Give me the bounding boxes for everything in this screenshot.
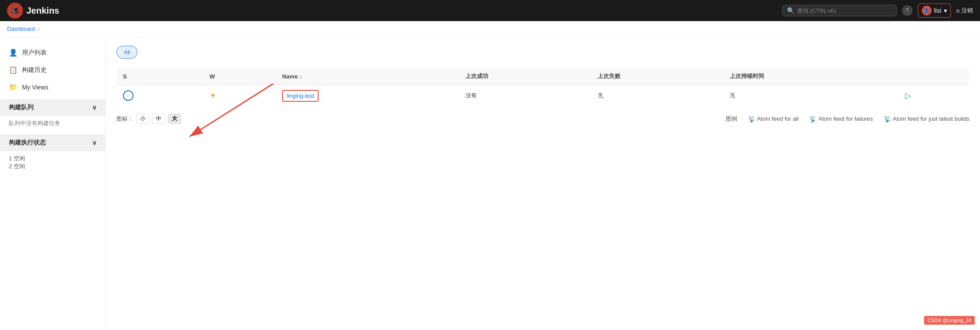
logout-button[interactable]: ⎋ 注销 [956, 7, 973, 15]
atom-feed-all[interactable]: 📡 Atom feed for all [748, 115, 799, 122]
col-last-duration: 上次持续时间 [724, 68, 899, 85]
user-menu[interactable]: 👤 lisi ▾ [918, 4, 951, 18]
cell-last-duration: 无 [724, 85, 899, 107]
build-queue-chevron: ∨ [92, 104, 97, 111]
breadcrumb-separator: › [38, 26, 40, 32]
cell-last-success: 没有 [459, 85, 591, 107]
tab-bar: All [116, 46, 969, 59]
cell-last-failure: 无 [591, 85, 724, 107]
run-button[interactable]: ▷ [905, 91, 911, 100]
user-name: lisi [934, 7, 941, 14]
executor-1: 1 空闲 [9, 155, 97, 163]
help-button[interactable]: ? [902, 5, 913, 16]
sidebar-label-my-views: My Views [22, 84, 48, 91]
tab-all[interactable]: All [116, 46, 137, 59]
header-row: S W Name ↓ 上次成功 上次失败 上次持续时间 [117, 68, 969, 85]
icon-label: 图标： [116, 115, 134, 123]
col-s: S [117, 68, 204, 85]
sidebar-item-my-views[interactable]: 📁 My Views [0, 78, 105, 96]
logout-label: 注销 [961, 7, 973, 15]
atom-feed-all-label: Atom feed for all [757, 115, 799, 122]
search-input[interactable] [797, 7, 892, 14]
sidebar-label-build-history: 构建历史 [22, 66, 47, 74]
breadcrumb: Dashboard › [0, 21, 980, 37]
table-body: ··· ☀ linging-test 没有 无 无 ▷ [117, 85, 969, 107]
watermark: CSDN @Linging_24 [924, 316, 975, 325]
build-queue-section: 构建队列 ∨ 队列中没有构建任务 [0, 99, 105, 131]
jenkins-icon: 🎩 [7, 3, 23, 19]
footer-row: 图标： 小 中 大 图例 📡 Atom feed for all 📡 Atom … [116, 114, 969, 124]
legend-label: 图例 [726, 115, 737, 123]
header: 🎩 Jenkins 🔍 ? 👤 lisi ▾ ⎋ 注销 [0, 0, 980, 21]
sidebar-label-users: 用户列表 [22, 49, 47, 57]
rss-icon-all: 📡 [748, 115, 755, 122]
col-last-success: 上次成功 [459, 68, 591, 85]
main-layout: 👤 用户列表 📋 构建历史 📁 My Views 构建队列 ∨ 队列中没有构建任… [0, 37, 980, 327]
atom-feed-latest[interactable]: 📡 Atom feed for just latest builds [883, 115, 969, 122]
cell-weather: ☀ [203, 85, 276, 107]
rss-icon-failures: 📡 [809, 115, 817, 122]
icon-size-medium[interactable]: 中 [152, 114, 165, 124]
user-icon: 👤 [922, 6, 932, 15]
atom-feed-failures[interactable]: 📡 Atom feed for failures [809, 115, 873, 122]
col-action [899, 68, 969, 85]
build-executor-header[interactable]: 构建执行状态 ∨ [0, 134, 105, 151]
sidebar-item-users[interactable]: 👤 用户列表 [0, 44, 105, 61]
search-box[interactable]: 🔍 [782, 5, 897, 16]
table-header: S W Name ↓ 上次成功 上次失败 上次持续时间 [117, 68, 969, 85]
build-history-icon: 📋 [9, 66, 18, 74]
atom-feed-failures-label: Atom feed for failures [818, 115, 873, 122]
icon-size-large[interactable]: 大 [168, 114, 181, 124]
build-executor-chevron: ∨ [92, 139, 97, 146]
chevron-down-icon: ▾ [944, 7, 947, 14]
job-link[interactable]: linging-test [282, 90, 319, 102]
build-queue-header[interactable]: 构建队列 ∨ [0, 99, 105, 116]
jobs-table: S W Name ↓ 上次成功 上次失败 上次持续时间 ··· [116, 67, 969, 107]
content-area: All S W Name ↓ 上次成功 上次失败 上次持续时间 [106, 37, 980, 327]
cell-run: ▷ [899, 85, 969, 107]
breadcrumb-dashboard[interactable]: Dashboard [7, 26, 35, 32]
logo-text: Jenkins [26, 6, 59, 16]
build-executor-title: 构建执行状态 [9, 139, 46, 147]
table-row: ··· ☀ linging-test 没有 无 无 ▷ [117, 85, 969, 107]
logo[interactable]: 🎩 Jenkins [7, 3, 59, 19]
logout-icon: ⎋ [956, 7, 960, 14]
my-views-icon: 📁 [9, 83, 18, 91]
col-name: Name ↓ [276, 68, 459, 85]
search-icon: 🔍 [787, 7, 794, 14]
atom-feed-latest-label: Atom feed for just latest builds [893, 115, 969, 122]
status-icon: ··· [123, 90, 134, 101]
status-dots: ··· [126, 93, 130, 98]
weather-icon: ☀ [209, 91, 216, 100]
col-last-failure: 上次失败 [591, 68, 724, 85]
icon-size-group: 图标： 小 中 大 [116, 114, 181, 124]
sidebar-item-build-history[interactable]: 📋 构建历史 [0, 61, 105, 78]
sidebar: 👤 用户列表 📋 构建历史 📁 My Views 构建队列 ∨ 队列中没有构建任… [0, 37, 106, 327]
build-executor-items: 1 空闲 2 空闲 [0, 151, 105, 174]
users-icon: 👤 [9, 48, 18, 57]
cell-name: linging-test [276, 85, 459, 107]
cell-status: ··· [117, 85, 204, 107]
build-executor-section: 构建执行状态 ∨ 1 空闲 2 空闲 [0, 134, 105, 174]
build-queue-content: 队列中没有构建任务 [0, 116, 105, 131]
icon-size-small[interactable]: 小 [136, 114, 149, 124]
executor-2: 2 空闲 [9, 163, 97, 171]
build-queue-title: 构建队列 [9, 104, 33, 111]
rss-icon-latest: 📡 [883, 115, 891, 122]
col-w: W [203, 68, 276, 85]
